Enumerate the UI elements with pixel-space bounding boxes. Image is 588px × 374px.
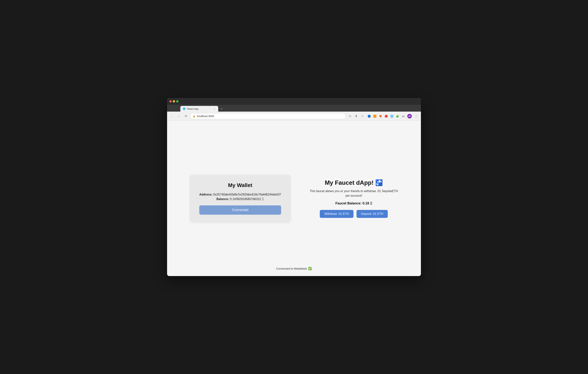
faucet-balance-value: 0.18 [362, 201, 369, 205]
forward-icon: → [177, 114, 180, 118]
connected-button[interactable]: Connected [199, 205, 281, 215]
menu-button[interactable]: ⋮ [413, 114, 419, 119]
ext-icon-puzzle[interactable]: 🧩 [395, 114, 400, 119]
forward-button[interactable]: → [176, 114, 181, 119]
nav-bar: ← → ↺ 🔒 localhost:3000 ⎋ ⬆ ☆ 🔵 🟧 🦊 🔴 🌐 🧩… [167, 112, 421, 121]
url-text: localhost:3000 [197, 115, 343, 118]
deposit-button[interactable]: Deposit .01 ETH [357, 210, 388, 218]
active-tab[interactable]: ⚛ React App × [180, 106, 218, 112]
wallet-title: My Wallet [199, 182, 281, 188]
new-tab-button[interactable]: + [219, 106, 224, 112]
share-icon[interactable]: ⬆ [354, 114, 359, 119]
faucet-eth-symbol: Ξ [370, 201, 372, 205]
cast-icon[interactable]: ⎋ [347, 114, 353, 119]
ext-icon-metamask[interactable]: 🦊 [378, 114, 383, 119]
address-bar[interactable]: 🔒 localhost:3000 [190, 113, 346, 119]
profile-label: AI [409, 115, 411, 117]
nav-actions: ⎋ ⬆ ☆ [347, 114, 365, 119]
faucet-section: My Faucet dApp! 🚰 This faucet allows you… [310, 179, 398, 218]
balance-value: 0.14392924585766312 [230, 197, 261, 201]
withdraw-button[interactable]: Withdraw .01 ETH [320, 210, 354, 218]
faucet-title: My Faucet dApp! 🚰 [310, 179, 398, 186]
faucet-emoji: 🚰 [375, 179, 383, 186]
main-layout: My Wallet Address: 0x25740de443dfa7e292f… [190, 175, 398, 222]
faucet-balance: Faucet Balance: 0.18 Ξ [310, 201, 398, 205]
ext-icon-3[interactable]: 🔴 [383, 114, 389, 119]
extension-icons: 🔵 🟧 🦊 🔴 🌐 🧩 ▭ [366, 114, 406, 119]
wallet-address: Address: 0x25740de443dfa7e292fabc618c76e… [199, 193, 281, 196]
refresh-button[interactable]: ↺ [183, 114, 188, 119]
ext-icon-1[interactable]: 🔵 [366, 114, 372, 119]
tab-favicon: ⚛ [183, 107, 186, 110]
footer-text: Connected to MetaMask [276, 267, 307, 270]
browser-window: ⚛ React App × + ← → ↺ 🔒 localhost:3000 ⎋… [167, 98, 421, 276]
faucet-balance-label: Faucet Balance: [335, 201, 361, 205]
page-footer: Connected to MetaMask ✅ [276, 267, 312, 270]
maximize-traffic-light[interactable] [176, 100, 178, 103]
traffic-lights [169, 100, 178, 103]
page-content: My Wallet Address: 0x25740de443dfa7e292f… [167, 121, 421, 276]
faucet-buttons: Withdraw .01 ETH Deposit .01 ETH [310, 210, 398, 218]
minimize-traffic-light[interactable] [173, 100, 175, 103]
wallet-card: My Wallet Address: 0x25740de443dfa7e292f… [190, 175, 291, 222]
address-value: 0x25740de443dfa7e292fabc618c76ebf6244eb4… [213, 193, 281, 196]
refresh-icon: ↺ [185, 114, 187, 118]
check-icon: ✅ [308, 267, 312, 270]
back-button[interactable]: ← [169, 114, 175, 119]
lock-icon: 🔒 [193, 115, 196, 118]
wallet-balance: Balance: 0.14392924585766312 Ξ [199, 197, 281, 201]
tab-close-button[interactable]: × [213, 107, 216, 110]
sidebar-toggle[interactable]: ▭ [400, 114, 406, 119]
bookmark-icon[interactable]: ☆ [359, 114, 365, 119]
title-bar [167, 98, 421, 105]
back-icon: ← [170, 114, 174, 118]
eth-symbol: Ξ [262, 197, 264, 201]
address-label: Address: [199, 193, 212, 196]
tab-bar: ⚛ React App × + [167, 105, 421, 112]
ext-icon-rabby[interactable]: 🟧 [372, 114, 377, 119]
tab-title: React App [187, 107, 211, 110]
close-traffic-light[interactable] [169, 100, 172, 103]
profile-button[interactable]: AI [407, 114, 412, 118]
balance-label: Balance: [216, 197, 229, 201]
faucet-description: This faucet allows you or your friends t… [310, 189, 398, 198]
ext-icon-4[interactable]: 🌐 [389, 114, 394, 119]
